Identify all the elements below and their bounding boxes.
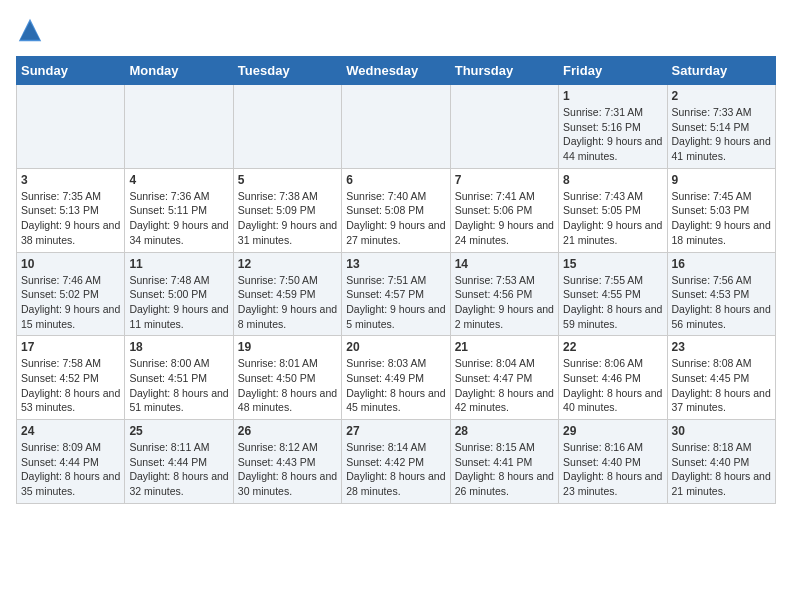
calendar-table: SundayMondayTuesdayWednesdayThursdayFrid… — [16, 56, 776, 504]
day-info: Sunrise: 8:14 AMSunset: 4:42 PMDaylight:… — [346, 440, 445, 499]
day-number: 15 — [563, 257, 662, 271]
day-cell: 13Sunrise: 7:51 AMSunset: 4:57 PMDayligh… — [342, 252, 450, 336]
day-info: Sunrise: 7:45 AMSunset: 5:03 PMDaylight:… — [672, 189, 771, 248]
day-number: 7 — [455, 173, 554, 187]
week-row-3: 10Sunrise: 7:46 AMSunset: 5:02 PMDayligh… — [17, 252, 776, 336]
day-number: 5 — [238, 173, 337, 187]
day-number: 8 — [563, 173, 662, 187]
day-cell: 11Sunrise: 7:48 AMSunset: 5:00 PMDayligh… — [125, 252, 233, 336]
column-header-thursday: Thursday — [450, 57, 558, 85]
day-cell: 10Sunrise: 7:46 AMSunset: 5:02 PMDayligh… — [17, 252, 125, 336]
day-number: 20 — [346, 340, 445, 354]
day-cell: 14Sunrise: 7:53 AMSunset: 4:56 PMDayligh… — [450, 252, 558, 336]
day-info: Sunrise: 7:31 AMSunset: 5:16 PMDaylight:… — [563, 105, 662, 164]
day-info: Sunrise: 8:04 AMSunset: 4:47 PMDaylight:… — [455, 356, 554, 415]
day-number: 29 — [563, 424, 662, 438]
day-cell: 25Sunrise: 8:11 AMSunset: 4:44 PMDayligh… — [125, 420, 233, 504]
week-row-4: 17Sunrise: 7:58 AMSunset: 4:52 PMDayligh… — [17, 336, 776, 420]
day-cell: 21Sunrise: 8:04 AMSunset: 4:47 PMDayligh… — [450, 336, 558, 420]
day-number: 28 — [455, 424, 554, 438]
day-number: 11 — [129, 257, 228, 271]
day-number: 26 — [238, 424, 337, 438]
day-cell: 22Sunrise: 8:06 AMSunset: 4:46 PMDayligh… — [559, 336, 667, 420]
day-cell: 18Sunrise: 8:00 AMSunset: 4:51 PMDayligh… — [125, 336, 233, 420]
day-info: Sunrise: 7:53 AMSunset: 4:56 PMDaylight:… — [455, 273, 554, 332]
day-cell: 19Sunrise: 8:01 AMSunset: 4:50 PMDayligh… — [233, 336, 341, 420]
day-number: 13 — [346, 257, 445, 271]
day-info: Sunrise: 8:11 AMSunset: 4:44 PMDaylight:… — [129, 440, 228, 499]
day-cell — [17, 85, 125, 169]
day-info: Sunrise: 8:08 AMSunset: 4:45 PMDaylight:… — [672, 356, 771, 415]
day-info: Sunrise: 8:16 AMSunset: 4:40 PMDaylight:… — [563, 440, 662, 499]
day-cell: 15Sunrise: 7:55 AMSunset: 4:55 PMDayligh… — [559, 252, 667, 336]
day-number: 21 — [455, 340, 554, 354]
day-cell: 3Sunrise: 7:35 AMSunset: 5:13 PMDaylight… — [17, 168, 125, 252]
day-number: 22 — [563, 340, 662, 354]
day-cell — [233, 85, 341, 169]
day-info: Sunrise: 7:40 AMSunset: 5:08 PMDaylight:… — [346, 189, 445, 248]
day-number: 25 — [129, 424, 228, 438]
day-info: Sunrise: 7:46 AMSunset: 5:02 PMDaylight:… — [21, 273, 120, 332]
day-cell: 30Sunrise: 8:18 AMSunset: 4:40 PMDayligh… — [667, 420, 775, 504]
day-number: 30 — [672, 424, 771, 438]
header — [16, 16, 776, 44]
day-number: 14 — [455, 257, 554, 271]
day-cell: 5Sunrise: 7:38 AMSunset: 5:09 PMDaylight… — [233, 168, 341, 252]
day-number: 27 — [346, 424, 445, 438]
day-info: Sunrise: 7:48 AMSunset: 5:00 PMDaylight:… — [129, 273, 228, 332]
day-cell: 24Sunrise: 8:09 AMSunset: 4:44 PMDayligh… — [17, 420, 125, 504]
day-number: 6 — [346, 173, 445, 187]
day-cell: 6Sunrise: 7:40 AMSunset: 5:08 PMDaylight… — [342, 168, 450, 252]
day-cell: 26Sunrise: 8:12 AMSunset: 4:43 PMDayligh… — [233, 420, 341, 504]
day-cell — [342, 85, 450, 169]
day-number: 1 — [563, 89, 662, 103]
svg-marker-1 — [20, 22, 40, 40]
day-info: Sunrise: 7:38 AMSunset: 5:09 PMDaylight:… — [238, 189, 337, 248]
day-info: Sunrise: 8:12 AMSunset: 4:43 PMDaylight:… — [238, 440, 337, 499]
day-number: 4 — [129, 173, 228, 187]
day-number: 10 — [21, 257, 120, 271]
column-header-wednesday: Wednesday — [342, 57, 450, 85]
day-cell: 8Sunrise: 7:43 AMSunset: 5:05 PMDaylight… — [559, 168, 667, 252]
day-number: 23 — [672, 340, 771, 354]
day-number: 19 — [238, 340, 337, 354]
day-cell: 20Sunrise: 8:03 AMSunset: 4:49 PMDayligh… — [342, 336, 450, 420]
day-cell: 2Sunrise: 7:33 AMSunset: 5:14 PMDaylight… — [667, 85, 775, 169]
day-info: Sunrise: 8:09 AMSunset: 4:44 PMDaylight:… — [21, 440, 120, 499]
day-cell: 1Sunrise: 7:31 AMSunset: 5:16 PMDaylight… — [559, 85, 667, 169]
day-info: Sunrise: 8:00 AMSunset: 4:51 PMDaylight:… — [129, 356, 228, 415]
logo-icon — [16, 16, 44, 44]
day-cell: 17Sunrise: 7:58 AMSunset: 4:52 PMDayligh… — [17, 336, 125, 420]
day-info: Sunrise: 8:18 AMSunset: 4:40 PMDaylight:… — [672, 440, 771, 499]
day-info: Sunrise: 7:56 AMSunset: 4:53 PMDaylight:… — [672, 273, 771, 332]
day-info: Sunrise: 7:50 AMSunset: 4:59 PMDaylight:… — [238, 273, 337, 332]
column-header-friday: Friday — [559, 57, 667, 85]
logo — [16, 16, 48, 44]
day-cell: 12Sunrise: 7:50 AMSunset: 4:59 PMDayligh… — [233, 252, 341, 336]
day-number: 12 — [238, 257, 337, 271]
day-cell: 9Sunrise: 7:45 AMSunset: 5:03 PMDaylight… — [667, 168, 775, 252]
column-header-tuesday: Tuesday — [233, 57, 341, 85]
day-cell: 23Sunrise: 8:08 AMSunset: 4:45 PMDayligh… — [667, 336, 775, 420]
day-number: 18 — [129, 340, 228, 354]
column-header-sunday: Sunday — [17, 57, 125, 85]
day-info: Sunrise: 7:33 AMSunset: 5:14 PMDaylight:… — [672, 105, 771, 164]
day-info: Sunrise: 7:43 AMSunset: 5:05 PMDaylight:… — [563, 189, 662, 248]
header-row: SundayMondayTuesdayWednesdayThursdayFrid… — [17, 57, 776, 85]
day-number: 17 — [21, 340, 120, 354]
day-cell: 4Sunrise: 7:36 AMSunset: 5:11 PMDaylight… — [125, 168, 233, 252]
day-info: Sunrise: 8:15 AMSunset: 4:41 PMDaylight:… — [455, 440, 554, 499]
day-cell: 16Sunrise: 7:56 AMSunset: 4:53 PMDayligh… — [667, 252, 775, 336]
day-number: 9 — [672, 173, 771, 187]
day-info: Sunrise: 7:51 AMSunset: 4:57 PMDaylight:… — [346, 273, 445, 332]
week-row-1: 1Sunrise: 7:31 AMSunset: 5:16 PMDaylight… — [17, 85, 776, 169]
day-number: 24 — [21, 424, 120, 438]
day-info: Sunrise: 8:06 AMSunset: 4:46 PMDaylight:… — [563, 356, 662, 415]
day-cell: 7Sunrise: 7:41 AMSunset: 5:06 PMDaylight… — [450, 168, 558, 252]
day-number: 16 — [672, 257, 771, 271]
day-cell — [450, 85, 558, 169]
week-row-2: 3Sunrise: 7:35 AMSunset: 5:13 PMDaylight… — [17, 168, 776, 252]
day-info: Sunrise: 7:58 AMSunset: 4:52 PMDaylight:… — [21, 356, 120, 415]
day-number: 3 — [21, 173, 120, 187]
week-row-5: 24Sunrise: 8:09 AMSunset: 4:44 PMDayligh… — [17, 420, 776, 504]
